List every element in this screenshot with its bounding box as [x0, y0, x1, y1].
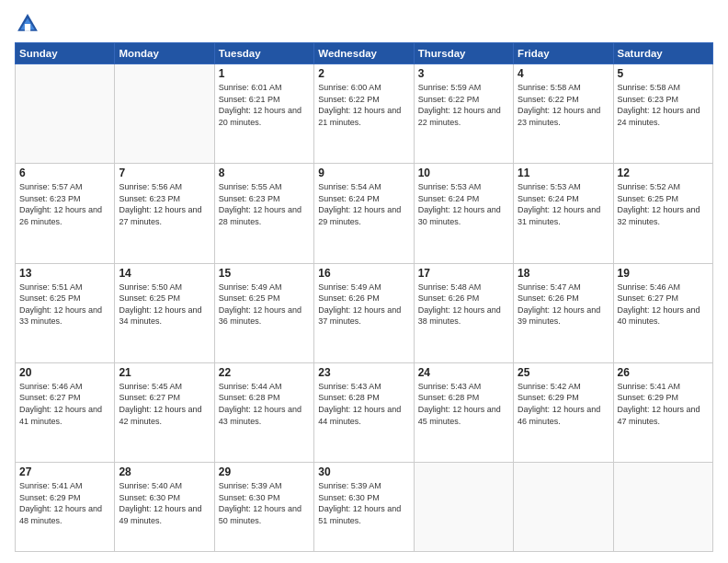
day-info: Sunrise: 5:59 AMSunset: 6:22 PMDaylight:… [418, 82, 509, 128]
day-info: Sunrise: 5:43 AMSunset: 6:28 PMDaylight:… [318, 381, 409, 427]
day-info: Sunrise: 5:45 AMSunset: 6:27 PMDaylight:… [119, 381, 210, 427]
day-number: 30 [318, 465, 409, 478]
calendar-cell: 16Sunrise: 5:49 AMSunset: 6:26 PMDayligh… [314, 263, 414, 362]
day-info: Sunrise: 5:48 AMSunset: 6:26 PMDaylight:… [418, 282, 509, 327]
weekday-header-sunday: Sunday [16, 43, 115, 64]
day-number: 17 [418, 267, 509, 280]
day-info: Sunrise: 5:52 AMSunset: 6:25 PMDaylight:… [618, 181, 709, 227]
day-number: 9 [318, 167, 409, 179]
svg-rect-2 [25, 24, 30, 31]
day-info: Sunrise: 5:53 AMSunset: 6:24 PMDaylight:… [518, 181, 609, 227]
day-info: Sunrise: 5:51 AMSunset: 6:25 PMDaylight:… [19, 282, 110, 327]
day-number: 5 [618, 67, 709, 80]
calendar-cell: 23Sunrise: 5:43 AMSunset: 6:28 PMDayligh… [314, 362, 414, 462]
day-number: 18 [518, 267, 609, 280]
day-info: Sunrise: 5:39 AMSunset: 6:30 PMDaylight:… [318, 480, 409, 526]
calendar-cell: 20Sunrise: 5:46 AMSunset: 6:27 PMDayligh… [16, 362, 115, 462]
day-info: Sunrise: 5:46 AMSunset: 6:27 PMDaylight:… [19, 381, 110, 427]
day-number: 25 [518, 366, 609, 379]
weekday-header-thursday: Thursday [414, 43, 513, 64]
header [15, 11, 713, 37]
day-number: 23 [318, 366, 409, 379]
day-info: Sunrise: 5:47 AMSunset: 6:26 PMDaylight:… [518, 282, 609, 327]
calendar-cell: 26Sunrise: 5:41 AMSunset: 6:29 PMDayligh… [613, 362, 712, 462]
calendar-cell: 9Sunrise: 5:54 AMSunset: 6:24 PMDaylight… [314, 164, 414, 263]
calendar-cell: 4Sunrise: 5:58 AMSunset: 6:22 PMDaylight… [514, 64, 613, 164]
calendar-cell: 29Sunrise: 5:39 AMSunset: 6:30 PMDayligh… [214, 463, 313, 552]
calendar-cell: 10Sunrise: 5:53 AMSunset: 6:24 PMDayligh… [414, 164, 513, 263]
day-info: Sunrise: 5:42 AMSunset: 6:29 PMDaylight:… [518, 381, 609, 427]
week-row-2: 6Sunrise: 5:57 AMSunset: 6:23 PMDaylight… [16, 164, 713, 263]
day-number: 19 [618, 267, 709, 280]
day-info: Sunrise: 5:41 AMSunset: 6:29 PMDaylight:… [618, 381, 709, 427]
day-info: Sunrise: 5:58 AMSunset: 6:23 PMDaylight:… [618, 82, 709, 128]
day-info: Sunrise: 5:43 AMSunset: 6:28 PMDaylight:… [418, 381, 509, 427]
day-info: Sunrise: 5:40 AMSunset: 6:30 PMDaylight:… [119, 480, 210, 526]
page: SundayMondayTuesdayWednesdayThursdayFrid… [0, 0, 728, 563]
weekday-header-monday: Monday [115, 43, 214, 64]
calendar-cell: 19Sunrise: 5:46 AMSunset: 6:27 PMDayligh… [613, 263, 712, 362]
day-number: 15 [219, 267, 310, 280]
day-number: 20 [19, 366, 110, 379]
day-info: Sunrise: 6:00 AMSunset: 6:22 PMDaylight:… [318, 82, 409, 128]
day-number: 2 [318, 67, 409, 80]
calendar-cell: 27Sunrise: 5:41 AMSunset: 6:29 PMDayligh… [16, 463, 115, 552]
day-number: 11 [518, 167, 609, 179]
day-info: Sunrise: 5:46 AMSunset: 6:27 PMDaylight:… [618, 282, 709, 327]
calendar-cell: 28Sunrise: 5:40 AMSunset: 6:30 PMDayligh… [115, 463, 214, 552]
calendar-cell: 7Sunrise: 5:56 AMSunset: 6:23 PMDaylight… [115, 164, 214, 263]
day-number: 16 [318, 267, 409, 280]
day-info: Sunrise: 5:39 AMSunset: 6:30 PMDaylight:… [219, 480, 310, 526]
calendar-cell: 2Sunrise: 6:00 AMSunset: 6:22 PMDaylight… [314, 64, 414, 164]
day-number: 14 [119, 267, 210, 280]
day-info: Sunrise: 5:49 AMSunset: 6:26 PMDaylight:… [318, 282, 409, 327]
day-info: Sunrise: 5:50 AMSunset: 6:25 PMDaylight:… [119, 282, 210, 327]
calendar-cell: 5Sunrise: 5:58 AMSunset: 6:23 PMDaylight… [613, 64, 712, 164]
day-info: Sunrise: 5:54 AMSunset: 6:24 PMDaylight:… [318, 181, 409, 227]
calendar-cell: 30Sunrise: 5:39 AMSunset: 6:30 PMDayligh… [314, 463, 414, 552]
calendar-cell: 25Sunrise: 5:42 AMSunset: 6:29 PMDayligh… [514, 362, 613, 462]
calendar-cell: 24Sunrise: 5:43 AMSunset: 6:28 PMDayligh… [414, 362, 513, 462]
day-number: 4 [518, 67, 609, 80]
calendar-cell: 14Sunrise: 5:50 AMSunset: 6:25 PMDayligh… [115, 263, 214, 362]
calendar-cell: 3Sunrise: 5:59 AMSunset: 6:22 PMDaylight… [414, 64, 513, 164]
day-number: 12 [618, 167, 709, 179]
calendar-cell: 1Sunrise: 6:01 AMSunset: 6:21 PMDaylight… [214, 64, 313, 164]
calendar-cell: 12Sunrise: 5:52 AMSunset: 6:25 PMDayligh… [613, 164, 712, 263]
day-number: 7 [119, 167, 210, 179]
calendar-cell [613, 463, 712, 552]
week-row-4: 20Sunrise: 5:46 AMSunset: 6:27 PMDayligh… [16, 362, 713, 462]
calendar-cell: 6Sunrise: 5:57 AMSunset: 6:23 PMDaylight… [16, 164, 115, 263]
calendar-cell: 11Sunrise: 5:53 AMSunset: 6:24 PMDayligh… [514, 164, 613, 263]
weekday-header-row: SundayMondayTuesdayWednesdayThursdayFrid… [16, 43, 713, 64]
logo [15, 11, 44, 37]
weekday-header-saturday: Saturday [613, 43, 712, 64]
calendar-cell: 15Sunrise: 5:49 AMSunset: 6:25 PMDayligh… [214, 263, 313, 362]
day-info: Sunrise: 5:41 AMSunset: 6:29 PMDaylight:… [19, 480, 110, 526]
day-number: 3 [418, 67, 509, 80]
week-row-3: 13Sunrise: 5:51 AMSunset: 6:25 PMDayligh… [16, 263, 713, 362]
weekday-header-tuesday: Tuesday [214, 43, 313, 64]
calendar-cell: 8Sunrise: 5:55 AMSunset: 6:23 PMDaylight… [214, 164, 313, 263]
calendar-cell: 22Sunrise: 5:44 AMSunset: 6:28 PMDayligh… [214, 362, 313, 462]
day-info: Sunrise: 5:57 AMSunset: 6:23 PMDaylight:… [19, 181, 110, 227]
day-info: Sunrise: 5:53 AMSunset: 6:24 PMDaylight:… [418, 181, 509, 227]
day-number: 27 [19, 465, 110, 478]
day-number: 26 [618, 366, 709, 379]
day-info: Sunrise: 5:44 AMSunset: 6:28 PMDaylight:… [219, 381, 310, 427]
week-row-5: 27Sunrise: 5:41 AMSunset: 6:29 PMDayligh… [16, 463, 713, 552]
day-number: 24 [418, 366, 509, 379]
week-row-1: 1Sunrise: 6:01 AMSunset: 6:21 PMDaylight… [16, 64, 713, 164]
weekday-header-wednesday: Wednesday [314, 43, 414, 64]
calendar-cell: 21Sunrise: 5:45 AMSunset: 6:27 PMDayligh… [115, 362, 214, 462]
day-info: Sunrise: 5:56 AMSunset: 6:23 PMDaylight:… [119, 181, 210, 227]
day-number: 10 [418, 167, 509, 179]
day-number: 22 [219, 366, 310, 379]
day-info: Sunrise: 5:55 AMSunset: 6:23 PMDaylight:… [219, 181, 310, 227]
day-number: 29 [219, 465, 310, 478]
calendar-cell [414, 463, 513, 552]
calendar-cell: 18Sunrise: 5:47 AMSunset: 6:26 PMDayligh… [514, 263, 613, 362]
day-info: Sunrise: 5:58 AMSunset: 6:22 PMDaylight:… [518, 82, 609, 128]
day-number: 8 [219, 167, 310, 179]
calendar-cell: 13Sunrise: 5:51 AMSunset: 6:25 PMDayligh… [16, 263, 115, 362]
